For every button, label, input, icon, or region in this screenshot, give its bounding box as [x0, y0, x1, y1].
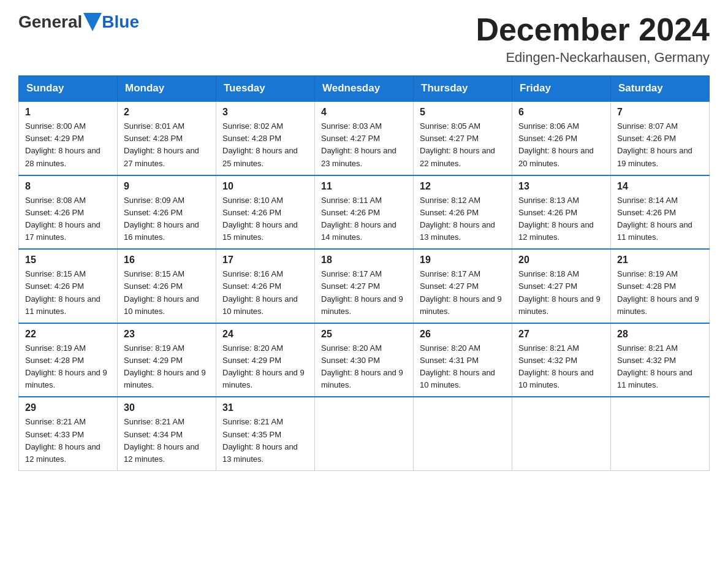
header-day-saturday: Saturday: [611, 76, 710, 102]
day-info: Sunrise: 8:19 AMSunset: 4:29 PMDaylight:…: [124, 342, 210, 392]
logo-icon: [83, 13, 102, 31]
calendar-cell: 16Sunrise: 8:15 AMSunset: 4:26 PMDayligh…: [118, 249, 216, 323]
calendar-cell: 5Sunrise: 8:05 AMSunset: 4:27 PMDaylight…: [414, 101, 512, 175]
calendar-table: SundayMondayTuesdayWednesdayThursdayFrid…: [18, 75, 710, 471]
day-info: Sunrise: 8:15 AMSunset: 4:26 PMDaylight:…: [25, 268, 111, 318]
calendar-cell: 24Sunrise: 8:20 AMSunset: 4:29 PMDayligh…: [216, 323, 315, 397]
day-number: 19: [420, 255, 506, 266]
calendar-cell: 14Sunrise: 8:14 AMSunset: 4:26 PMDayligh…: [611, 175, 710, 250]
day-info: Sunrise: 8:08 AMSunset: 4:26 PMDaylight:…: [25, 194, 111, 244]
calendar-cell: 13Sunrise: 8:13 AMSunset: 4:26 PMDayligh…: [512, 175, 611, 250]
title-area: December 2024 Edingen-Neckarhausen, Germ…: [476, 12, 710, 66]
day-info: Sunrise: 8:01 AMSunset: 4:28 PMDaylight:…: [124, 120, 210, 170]
day-info: Sunrise: 8:18 AMSunset: 4:27 PMDaylight:…: [518, 268, 604, 318]
calendar-cell: 7Sunrise: 8:07 AMSunset: 4:26 PMDaylight…: [611, 101, 710, 175]
day-number: 27: [518, 329, 604, 340]
day-number: 17: [222, 255, 308, 266]
calendar-cell: 12Sunrise: 8:12 AMSunset: 4:26 PMDayligh…: [414, 175, 512, 250]
day-info: Sunrise: 8:09 AMSunset: 4:26 PMDaylight:…: [124, 194, 210, 244]
calendar-cell: [512, 397, 611, 470]
day-info: Sunrise: 8:15 AMSunset: 4:26 PMDaylight:…: [124, 268, 210, 318]
day-number: 21: [617, 255, 703, 266]
calendar-cell: [315, 397, 414, 470]
day-info: Sunrise: 8:20 AMSunset: 4:31 PMDaylight:…: [420, 342, 506, 392]
calendar-week-2: 8Sunrise: 8:08 AMSunset: 4:26 PMDaylight…: [19, 175, 710, 250]
day-number: 31: [222, 402, 308, 413]
calendar-cell: 22Sunrise: 8:19 AMSunset: 4:28 PMDayligh…: [19, 323, 118, 397]
day-info: Sunrise: 8:11 AMSunset: 4:26 PMDaylight:…: [321, 194, 407, 244]
calendar-cell: [414, 397, 512, 470]
calendar-week-5: 29Sunrise: 8:21 AMSunset: 4:33 PMDayligh…: [19, 397, 710, 470]
calendar-week-4: 22Sunrise: 8:19 AMSunset: 4:28 PMDayligh…: [19, 323, 710, 397]
day-info: Sunrise: 8:19 AMSunset: 4:28 PMDaylight:…: [617, 268, 703, 318]
calendar-cell: 3Sunrise: 8:02 AMSunset: 4:28 PMDaylight…: [216, 101, 315, 175]
calendar-cell: 4Sunrise: 8:03 AMSunset: 4:27 PMDaylight…: [315, 101, 414, 175]
svg-marker-0: [83, 13, 102, 31]
calendar-cell: 29Sunrise: 8:21 AMSunset: 4:33 PMDayligh…: [19, 397, 118, 470]
day-info: Sunrise: 8:12 AMSunset: 4:26 PMDaylight:…: [420, 194, 506, 244]
calendar-cell: 17Sunrise: 8:16 AMSunset: 4:26 PMDayligh…: [216, 249, 315, 323]
calendar-cell: 20Sunrise: 8:18 AMSunset: 4:27 PMDayligh…: [512, 249, 611, 323]
calendar-cell: 28Sunrise: 8:21 AMSunset: 4:32 PMDayligh…: [611, 323, 710, 397]
day-number: 29: [25, 402, 111, 413]
calendar-cell: 21Sunrise: 8:19 AMSunset: 4:28 PMDayligh…: [611, 249, 710, 323]
month-title: December 2024: [476, 12, 710, 47]
header-day-monday: Monday: [118, 76, 216, 102]
day-number: 25: [321, 329, 407, 340]
day-number: 16: [124, 255, 210, 266]
day-number: 12: [420, 181, 506, 192]
day-number: 5: [420, 107, 506, 118]
header-day-friday: Friday: [512, 76, 611, 102]
day-number: 24: [222, 329, 308, 340]
day-number: 18: [321, 255, 407, 266]
day-info: Sunrise: 8:17 AMSunset: 4:27 PMDaylight:…: [420, 268, 506, 318]
logo-general-text: General: [18, 12, 82, 32]
day-info: Sunrise: 8:20 AMSunset: 4:29 PMDaylight:…: [222, 342, 308, 392]
location-subtitle: Edingen-Neckarhausen, Germany: [476, 50, 710, 66]
day-number: 20: [518, 255, 604, 266]
calendar-header: SundayMondayTuesdayWednesdayThursdayFrid…: [19, 76, 710, 102]
day-number: 9: [124, 181, 210, 192]
calendar-cell: 2Sunrise: 8:01 AMSunset: 4:28 PMDaylight…: [118, 101, 216, 175]
day-info: Sunrise: 8:21 AMSunset: 4:35 PMDaylight:…: [222, 416, 308, 465]
day-info: Sunrise: 8:02 AMSunset: 4:28 PMDaylight:…: [222, 120, 308, 170]
calendar-cell: 15Sunrise: 8:15 AMSunset: 4:26 PMDayligh…: [19, 249, 118, 323]
calendar-cell: 1Sunrise: 8:00 AMSunset: 4:29 PMDaylight…: [19, 101, 118, 175]
calendar-cell: 19Sunrise: 8:17 AMSunset: 4:27 PMDayligh…: [414, 249, 512, 323]
logo-blue-text: Blue: [102, 12, 139, 32]
calendar-cell: 18Sunrise: 8:17 AMSunset: 4:27 PMDayligh…: [315, 249, 414, 323]
day-info: Sunrise: 8:10 AMSunset: 4:26 PMDaylight:…: [222, 194, 308, 244]
day-info: Sunrise: 8:20 AMSunset: 4:30 PMDaylight:…: [321, 342, 407, 392]
day-info: Sunrise: 8:17 AMSunset: 4:27 PMDaylight:…: [321, 268, 407, 318]
header-row: SundayMondayTuesdayWednesdayThursdayFrid…: [19, 76, 710, 102]
day-number: 10: [222, 181, 308, 192]
day-info: Sunrise: 8:07 AMSunset: 4:26 PMDaylight:…: [617, 120, 703, 170]
calendar-week-3: 15Sunrise: 8:15 AMSunset: 4:26 PMDayligh…: [19, 249, 710, 323]
day-info: Sunrise: 8:16 AMSunset: 4:26 PMDaylight:…: [222, 268, 308, 318]
calendar-cell: 23Sunrise: 8:19 AMSunset: 4:29 PMDayligh…: [118, 323, 216, 397]
day-info: Sunrise: 8:21 AMSunset: 4:32 PMDaylight:…: [617, 342, 703, 392]
day-number: 13: [518, 181, 604, 192]
day-info: Sunrise: 8:00 AMSunset: 4:29 PMDaylight:…: [25, 120, 111, 170]
day-number: 6: [518, 107, 604, 118]
calendar-cell: 31Sunrise: 8:21 AMSunset: 4:35 PMDayligh…: [216, 397, 315, 470]
header-day-wednesday: Wednesday: [315, 76, 414, 102]
calendar-cell: 10Sunrise: 8:10 AMSunset: 4:26 PMDayligh…: [216, 175, 315, 250]
day-number: 26: [420, 329, 506, 340]
calendar-cell: 6Sunrise: 8:06 AMSunset: 4:26 PMDaylight…: [512, 101, 611, 175]
day-number: 14: [617, 181, 703, 192]
day-number: 4: [321, 107, 407, 118]
header-day-thursday: Thursday: [414, 76, 512, 102]
day-info: Sunrise: 8:21 AMSunset: 4:34 PMDaylight:…: [124, 416, 210, 465]
calendar-cell: [611, 397, 710, 470]
calendar-cell: 26Sunrise: 8:20 AMSunset: 4:31 PMDayligh…: [414, 323, 512, 397]
day-info: Sunrise: 8:13 AMSunset: 4:26 PMDaylight:…: [518, 194, 604, 244]
day-number: 3: [222, 107, 308, 118]
page-header: General Blue December 2024 Edingen-Necka…: [18, 12, 710, 66]
day-number: 11: [321, 181, 407, 192]
header-day-tuesday: Tuesday: [216, 76, 315, 102]
day-number: 2: [124, 107, 210, 118]
day-info: Sunrise: 8:21 AMSunset: 4:32 PMDaylight:…: [518, 342, 604, 392]
day-number: 30: [124, 402, 210, 413]
calendar-cell: 11Sunrise: 8:11 AMSunset: 4:26 PMDayligh…: [315, 175, 414, 250]
